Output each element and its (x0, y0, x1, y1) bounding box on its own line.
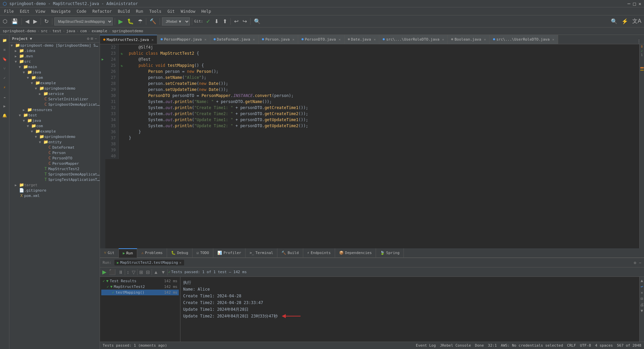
toolbar-redo-btn[interactable]: ↪ (241, 17, 248, 25)
bottom-tab-profiler[interactable]: 📊 Profiler (213, 248, 246, 258)
jrebel-dropdown[interactable]: JRebel ▼ (162, 17, 190, 26)
tab-close[interactable]: ✕ (484, 38, 486, 41)
bottom-tab-endpoints[interactable]: ⚡ Endpoints (303, 248, 335, 258)
tree-item-person[interactable]: CPerson (9, 150, 100, 155)
sidebar-settings-icon[interactable]: ⚙ (87, 36, 89, 41)
bottom-tab-run[interactable]: ▶ Run (119, 248, 138, 258)
nav-example[interactable]: example (92, 29, 107, 33)
git-check-btn[interactable]: ✓ (205, 17, 212, 25)
status-position[interactable]: 32:1 (488, 343, 497, 348)
menu-navigate[interactable]: Navigate (49, 8, 73, 14)
tree-item-pomxml[interactable]: Xpom.xml (9, 193, 100, 198)
git-push-btn[interactable]: ⬆ (221, 17, 228, 25)
nav-src[interactable]: src (41, 29, 48, 33)
tab-personmapper[interactable]: PersonMapper.java ✕ (157, 35, 210, 44)
menu-view[interactable]: View (33, 8, 48, 14)
code-area[interactable]: @Slf4j public class MapStructTest2 { @Te… (125, 44, 639, 159)
console-soft-wrap[interactable]: ↩ (641, 284, 643, 289)
tree-item-gitignore[interactable]: 📄.gitignore (9, 188, 100, 193)
status-line-ending[interactable]: CRLF (567, 343, 576, 348)
bottom-tab-terminal[interactable]: >_ Terminal (246, 248, 277, 258)
tree-item-mapstructtest2[interactable]: TMapStructTest2 (9, 166, 100, 171)
tabs-overflow-btn[interactable]: ⋮ (637, 39, 641, 44)
run-tab-close-btn[interactable]: ✕ (179, 261, 181, 264)
run-panel-minimize-btn[interactable]: − (639, 260, 641, 265)
tab-close[interactable]: ✕ (552, 38, 554, 41)
tree-item-src[interactable]: ▼📁src (9, 59, 100, 64)
toolbar-forward-btn[interactable]: ▶ (32, 17, 39, 25)
status-event-log[interactable]: Event Log (416, 343, 436, 348)
menu-edit[interactable]: Edit (17, 8, 32, 14)
tree-item-service[interactable]: ▶📁service (9, 91, 100, 96)
run-sort-btn[interactable]: ↕ (126, 269, 130, 276)
tree-item-test[interactable]: ▼📁test (9, 112, 100, 118)
test-result-class[interactable]: ✓ ▼ MapStructTest2 142 ms (101, 284, 179, 290)
tree-item-main-example[interactable]: ▼📁example (9, 80, 100, 86)
menu-build[interactable]: Build (115, 8, 132, 14)
tab-close[interactable]: ✕ (338, 38, 340, 41)
run-marker-23[interactable]: ↻ (119, 50, 125, 56)
status-indent[interactable]: 4 spaces (595, 343, 613, 348)
tree-item-idea[interactable]: ▶📁.idea (9, 48, 100, 53)
tree-item-main-com[interactable]: ▼📁com (9, 75, 100, 80)
test-result-all[interactable]: ✓ ▼ Test Results 142 ms (101, 278, 179, 284)
bottom-tab-problems[interactable]: ⚠ Problems (137, 248, 167, 258)
tab-close[interactable]: ✕ (374, 38, 376, 41)
tree-item-test-java[interactable]: ▼📁java (9, 118, 100, 123)
sidebar-collapse-icon[interactable]: − (95, 36, 97, 41)
menu-help[interactable]: Help (199, 8, 214, 14)
run-collapse-btn[interactable]: ⊟ (145, 269, 151, 276)
run-expand-btn[interactable]: ⊞ (138, 269, 144, 276)
console-scroll-up[interactable]: ▲ (641, 278, 643, 283)
toolbar-build-btn[interactable]: 🔨 (148, 17, 158, 25)
side-icon-git[interactable]: ⑂ (1, 64, 9, 72)
sidebar-layout-icon[interactable]: ⊞ (91, 36, 93, 41)
side-icon-project[interactable]: 📁 (1, 36, 9, 44)
bottom-tab-dependencies[interactable]: 📦 Dependencies (335, 248, 376, 258)
tree-item-mvn[interactable]: ▶📁.mvn (9, 53, 100, 59)
console-print[interactable]: 🖨 (640, 302, 644, 307)
tree-item-resources[interactable]: ▶📁resources (9, 107, 100, 112)
tab-close[interactable]: ✕ (442, 38, 444, 41)
nav-java[interactable]: java (66, 29, 75, 33)
menu-git[interactable]: Git (165, 8, 177, 14)
menu-window[interactable]: Window (178, 8, 198, 14)
test-result-method[interactable]: ✓ testMapping() 142 ms (101, 290, 179, 295)
menu-file[interactable]: File (1, 8, 16, 14)
tab-date[interactable]: Date.java ✕ (344, 35, 380, 44)
nav-project[interactable]: springboot-demo (3, 29, 36, 33)
maximize-button[interactable]: □ (633, 1, 636, 6)
tab-persondto[interactable]: PersonDTO.java ✕ (298, 35, 344, 44)
tree-item-servlet[interactable]: CServletInitializer (9, 96, 100, 102)
side-icon-run2[interactable]: ▶ (1, 102, 9, 110)
tree-item-springbootdemo-main[interactable]: ▼📁springbootdemo (9, 86, 100, 91)
toolbar-back-btn[interactable]: ◀ (24, 17, 31, 25)
tab-close[interactable]: ✕ (253, 38, 255, 41)
side-icon-structure[interactable]: ≡ (1, 46, 9, 54)
bottom-tab-todo[interactable]: ☑ TODO (193, 248, 213, 258)
run-button[interactable]: ▶ (117, 17, 124, 26)
tree-item-entity[interactable]: ▼📁entity (9, 139, 100, 145)
tree-item-test-com[interactable]: ▼📁com (9, 123, 100, 129)
bottom-tab-debug[interactable]: 🐛 Debug (167, 248, 193, 258)
menu-code[interactable]: Code (74, 8, 89, 14)
toolbar-jrebel-icon[interactable]: ⚡ (620, 17, 630, 25)
console-clear[interactable]: ✕ (641, 290, 643, 295)
tree-item-personmapper[interactable]: CPersonMapper (9, 161, 100, 166)
tree-item-test-example[interactable]: ▼📁example (9, 129, 100, 134)
tab-userroledto1[interactable]: src\...\UserRoleDTO.java ✕ (379, 35, 448, 44)
tab-close[interactable]: ✕ (292, 38, 294, 41)
bottom-tab-git[interactable]: ⑂ Git (100, 248, 119, 258)
git-update-btn[interactable]: ⬇ (213, 17, 220, 25)
toolbar-find-btn[interactable]: 🔍 (253, 17, 262, 25)
menu-run[interactable]: Run (133, 8, 146, 14)
side-icon-commit[interactable]: ✓ (1, 74, 9, 82)
console-settings[interactable]: ⊟ (641, 296, 643, 301)
coverage-button[interactable]: ☂ (137, 17, 144, 25)
status-jrebel[interactable]: JRebel Console (440, 343, 471, 348)
toolbar-save-btn[interactable]: 💾 (10, 17, 19, 25)
tree-item-springbootdemoapplicationtest[interactable]: TSpringbootDemoApplicationTe... (9, 171, 100, 177)
run-rerun-btn[interactable]: ▶ (101, 268, 107, 276)
nav-springbootdemo[interactable]: springbootdemo (112, 29, 143, 33)
tree-item-springtestapptests[interactable]: TSpringTestApplicationTests... (9, 177, 100, 182)
